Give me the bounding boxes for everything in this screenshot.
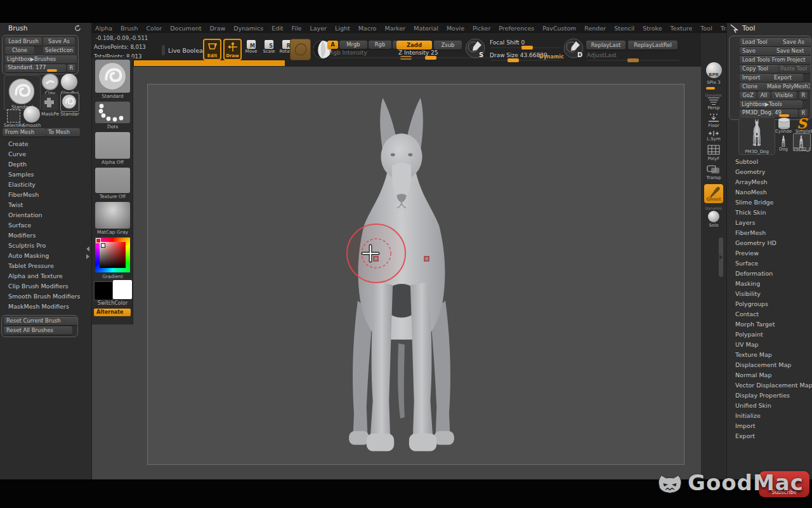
perspective-icon[interactable] (707, 97, 720, 105)
tray-alpha-thumb[interactable] (95, 132, 130, 159)
claybuildup-brush-thumb[interactable] (61, 74, 77, 90)
tool-menu-item[interactable]: Vector Displacement Map (727, 380, 812, 391)
lightbox-tools-button[interactable]: Lightbox▶Tools (740, 100, 802, 109)
goz-all-button[interactable]: All (757, 91, 770, 100)
tool-menu-item[interactable]: Display Properties (727, 391, 812, 401)
tool-save-as-button[interactable]: Save As (780, 38, 811, 46)
menubar-item[interactable]: Alpha (95, 25, 112, 32)
menubar-item[interactable]: Stroke (643, 25, 662, 32)
tool-menu-item[interactable]: Polypaint (727, 330, 812, 340)
menubar-item[interactable]: Layer (310, 25, 327, 32)
save-button[interactable]: Save (740, 47, 775, 55)
tool-menu-item[interactable]: Subtool (727, 157, 812, 167)
persp-button[interactable]: Persp (701, 105, 726, 110)
load-brush-button[interactable]: Load Brush (5, 37, 42, 46)
transparency-icon[interactable] (707, 165, 721, 174)
menubar-item[interactable]: Brush (121, 25, 138, 32)
transp-button[interactable]: Transp (701, 175, 726, 180)
tool-menu-item[interactable]: Unified Skin (727, 401, 812, 411)
menubar-item[interactable]: Movie (447, 25, 464, 32)
smooth-brush-thumb[interactable] (23, 106, 40, 123)
floor-button[interactable]: Floor (701, 123, 726, 128)
menubar-item[interactable]: Marker (384, 25, 405, 32)
load-tool-button[interactable]: Load Tool (740, 38, 782, 46)
solo-button[interactable]: Solo (701, 223, 726, 228)
reset-current-brush-button[interactable]: Reset Current Brush (4, 317, 77, 325)
live-boolean-label[interactable]: Live Boolean (168, 47, 207, 54)
tool-menu-item[interactable]: Surface (727, 258, 812, 269)
shelf-scrollbar[interactable] (719, 237, 723, 277)
brush-menu-item[interactable]: Samples (0, 170, 91, 180)
zadd-button[interactable]: Zadd (396, 41, 432, 50)
live-boolean-toggle[interactable] (162, 45, 165, 55)
load-tools-from-project-button[interactable]: Load Tools From Project (740, 56, 811, 64)
selectrect-brush-thumb[interactable] (7, 109, 20, 123)
tool-menu-item[interactable]: Geometry HD (727, 238, 812, 248)
menubar-item[interactable]: PavCustom (542, 25, 576, 32)
move-button[interactable]: M Move (243, 40, 259, 59)
standard2-brush-thumb[interactable] (60, 93, 79, 112)
tool-menu-item[interactable]: Layers (727, 218, 812, 228)
tool-menu-item[interactable]: Preview (727, 248, 812, 258)
brush-menu-item[interactable]: Twist (0, 200, 91, 210)
menubar-item[interactable]: Macro (358, 25, 377, 32)
replay-last-button[interactable]: ReplayLast (586, 41, 625, 50)
tool-menu-item[interactable]: NanoMesh (727, 187, 812, 197)
goz-button[interactable]: GoZ (740, 91, 756, 100)
edit-button[interactable]: Edit (203, 39, 221, 60)
tool-menu-item[interactable]: Deformation (727, 269, 812, 279)
alpha-channel-button[interactable]: A (327, 41, 338, 49)
menubar-item[interactable]: Material (414, 25, 438, 32)
tool-menu-item[interactable]: Import (727, 421, 812, 431)
goz-visible-button[interactable]: Visible (771, 91, 797, 100)
import-tool-button[interactable]: Import (740, 74, 773, 82)
clone-tool-button[interactable]: Clone (740, 83, 766, 91)
lsym-icon[interactable] (706, 130, 721, 137)
menubar-item[interactable]: Light (335, 25, 350, 32)
scale-button[interactable]: S Scale (261, 40, 277, 59)
brush-menu-item[interactable]: Tablet Pressure (0, 261, 91, 271)
polyframe-icon[interactable] (707, 145, 720, 155)
switch-color-button[interactable]: SwitchColor (92, 300, 133, 306)
simplebrush-tool-thumb[interactable]: S (797, 115, 809, 130)
floor-icon[interactable] (707, 113, 720, 123)
brush-slider-r-button[interactable]: R (67, 64, 75, 72)
goz-r-button[interactable]: R (799, 91, 808, 100)
tool-menu-item[interactable]: Slime Bridge (727, 197, 812, 208)
tool-menu-item[interactable]: Normal Map (727, 370, 812, 380)
menubar-item[interactable]: Picker (473, 25, 490, 32)
refresh-icon[interactable] (74, 25, 81, 32)
clay-brush-thumb[interactable] (42, 74, 58, 90)
tray-divider-arrows[interactable] (86, 246, 89, 259)
tray-brush-thumb[interactable] (95, 60, 130, 93)
copy-tool-button[interactable]: Copy Tool (740, 65, 779, 73)
replay-last-rel-button[interactable]: ReplayLastRel (628, 41, 678, 50)
tool-menu-item[interactable]: UV Map (727, 340, 812, 350)
clone-brush-button[interactable]: Clone (5, 46, 34, 55)
stroke-knob[interactable]: S (465, 38, 485, 58)
tool-menu-item[interactable]: Initialize (727, 411, 812, 421)
spix-slider-label[interactable]: SPix 3 (701, 80, 726, 85)
to-mesh-button[interactable]: To Mesh (46, 128, 80, 137)
spix-slider[interactable] (705, 87, 723, 90)
lsym-button[interactable]: L.Sym (701, 137, 726, 142)
menubar-item[interactable]: Dynamics (233, 25, 263, 32)
select-icon-button[interactable]: SelectIcon (43, 46, 75, 55)
mrgb-button[interactable]: Mrgb (339, 41, 367, 49)
current-tool-thumb[interactable]: PM3D_Dog (738, 117, 775, 155)
cylinder-tool-thumb[interactable] (775, 117, 793, 130)
maskpen-brush-thumb[interactable] (42, 94, 58, 110)
tool-menu-item[interactable]: ArrayMesh (727, 177, 812, 187)
brush-menu-item[interactable]: Alpha and Texture (0, 271, 91, 281)
tool-menu-item[interactable]: Morph Target (727, 319, 812, 330)
lightbox-brushes-button[interactable]: Lightbox▶Brushes (5, 55, 77, 64)
brush-menu-item[interactable]: Curve (0, 149, 91, 159)
sculptris-pro-button[interactable] (290, 39, 311, 60)
current-brush-thumb[interactable]: Standard (4, 75, 41, 110)
export-tool-button[interactable]: Export (771, 74, 803, 82)
brush-menu-item[interactable]: Clip Brush Modifiers (0, 281, 91, 291)
alternate-button[interactable]: Alternate (94, 309, 131, 316)
tool-menu-item[interactable]: Thick Skin (727, 208, 812, 218)
polyframe-button[interactable]: PolyF (701, 156, 726, 161)
color-picker[interactable] (95, 237, 130, 272)
